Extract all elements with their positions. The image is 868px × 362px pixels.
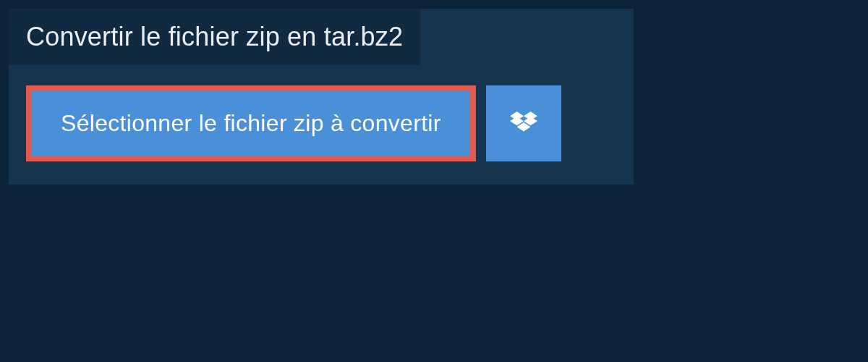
converter-panel: Convertir le fichier zip en tar.bz2 Séle…: [9, 9, 634, 185]
dropbox-icon: [510, 111, 537, 136]
select-file-button[interactable]: Sélectionner le fichier zip à convertir: [26, 85, 476, 161]
select-file-label: Sélectionner le fichier zip à convertir: [61, 110, 441, 137]
title-bar: Convertir le fichier zip en tar.bz2: [9, 9, 420, 65]
page-title: Convertir le fichier zip en tar.bz2: [26, 22, 403, 51]
dropbox-button[interactable]: [486, 85, 561, 161]
button-row: Sélectionner le fichier zip à convertir: [9, 65, 634, 185]
converter-panel-container: Convertir le fichier zip en tar.bz2 Séle…: [0, 0, 868, 193]
